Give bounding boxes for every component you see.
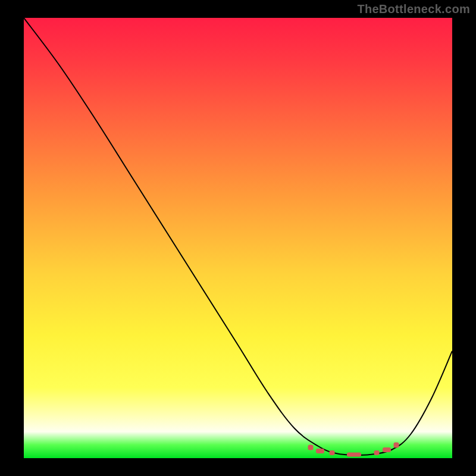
highlight-dot [347,453,361,457]
highlight-dot [374,450,380,455]
page-root: TheBottleneck.com [0,0,476,476]
highlight-dots-layer [24,18,452,458]
highlight-dot [316,449,324,453]
highlight-dot [330,450,335,455]
highlight-dot [308,445,314,450]
highlight-dot [394,443,399,448]
plot-frame [24,18,452,458]
highlight-dot [383,447,391,452]
watermark-text: TheBottleneck.com [357,2,470,16]
